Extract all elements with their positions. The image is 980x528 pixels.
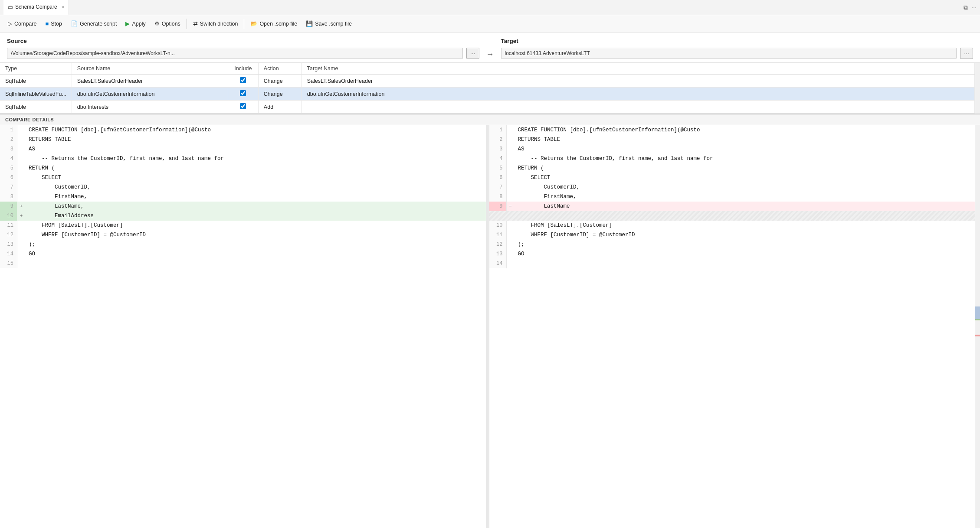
- compare-button[interactable]: ▷ Compare: [3, 18, 41, 29]
- cell-type: SqlInlineTableValuedFu...: [0, 88, 72, 101]
- diff-right-pane[interactable]: 1CREATE FUNCTION [dbo].[ufnGetCustomerIn…: [489, 125, 975, 528]
- col-type: Type: [0, 63, 72, 75]
- line-content: AS: [25, 144, 486, 154]
- cell-type: SqlTable: [0, 75, 72, 88]
- code-line: 11 WHERE [CustomerID] = @CustomerID: [489, 230, 975, 240]
- include-checkbox[interactable]: [240, 103, 246, 109]
- line-content: LastName,: [25, 202, 486, 211]
- line-number: 6: [0, 173, 17, 183]
- line-content: GO: [515, 249, 975, 259]
- table-scroll-area[interactable]: Type Source Name Include Action Target N…: [0, 63, 975, 114]
- line-number: 7: [489, 183, 507, 192]
- line-number: 1: [0, 125, 17, 135]
- line-content: FirstName,: [515, 192, 975, 202]
- direction-arrow: →: [479, 50, 501, 59]
- cell-include: [228, 88, 258, 101]
- cell-include: [228, 101, 258, 114]
- target-path-row: ···: [501, 48, 973, 59]
- diff-pane-separator: [486, 125, 489, 528]
- col-action: Action: [258, 63, 302, 75]
- code-line: 7 CustomerID,: [0, 183, 486, 192]
- col-target-name: Target Name: [302, 63, 974, 75]
- options-button[interactable]: ⚙ Options: [150, 18, 185, 29]
- diff-scrollbar-thumb: [975, 306, 980, 319]
- code-line: 3AS: [489, 144, 975, 154]
- line-content: SELECT: [25, 173, 486, 183]
- line-marker: −: [507, 202, 515, 211]
- diff-left-pane[interactable]: 1CREATE FUNCTION [dbo].[ufnGetCustomerIn…: [0, 125, 486, 528]
- col-source-name: Source Name: [72, 63, 228, 75]
- line-content: RETURNS TABLE: [515, 135, 975, 144]
- tab-bar-actions: ⧉ ···: [964, 4, 977, 11]
- line-marker: [507, 125, 515, 135]
- source-section: Source ···: [7, 38, 479, 59]
- separator-2: [244, 19, 244, 29]
- schema-compare-icon: 🗃: [8, 4, 13, 10]
- line-marker: [17, 230, 25, 240]
- target-section: Target ···: [501, 38, 973, 59]
- code-line: 15: [0, 259, 486, 268]
- line-number: 5: [0, 163, 17, 173]
- generate-script-button[interactable]: 📄 Generate script: [66, 18, 121, 29]
- target-path-input[interactable]: [501, 48, 957, 59]
- include-checkbox[interactable]: [240, 90, 246, 96]
- line-number: 11: [0, 221, 17, 230]
- line-number: 12: [0, 230, 17, 240]
- line-marker: [507, 192, 515, 202]
- cell-type: SqlTable: [0, 101, 72, 114]
- generate-script-icon: 📄: [71, 20, 78, 27]
- line-marker: [507, 183, 515, 192]
- line-marker: [17, 135, 25, 144]
- line-marker: [17, 163, 25, 173]
- line-marker: [17, 125, 25, 135]
- target-label: Target: [501, 38, 973, 44]
- apply-icon: ▶: [125, 20, 130, 27]
- diff-scrollbar[interactable]: [975, 125, 980, 528]
- code-line: 8 FirstName,: [489, 192, 975, 202]
- line-number: 5: [489, 163, 507, 173]
- cell-action: Add: [258, 101, 302, 114]
- source-path-ellipsis-button[interactable]: ···: [466, 48, 479, 59]
- cell-source-name: dbo.Interests: [72, 101, 228, 114]
- code-line: 14: [489, 259, 975, 268]
- table-row[interactable]: SqlTableSalesLT.SalesOrderHeaderChangeSa…: [0, 75, 975, 88]
- more-actions-icon[interactable]: ···: [971, 4, 977, 11]
- line-content: CustomerID,: [25, 183, 486, 192]
- line-number: 12: [489, 240, 507, 249]
- code-line: 2RETURNS TABLE: [489, 135, 975, 144]
- line-number: 3: [0, 144, 17, 154]
- code-line: 12);: [489, 240, 975, 249]
- cell-source-name: SalesLT.SalesOrderHeader: [72, 75, 228, 88]
- line-number: 13: [489, 249, 507, 259]
- target-path-ellipsis-button[interactable]: ···: [960, 48, 973, 59]
- code-line: 7 CustomerID,: [489, 183, 975, 192]
- source-path-input[interactable]: [7, 48, 463, 59]
- code-line: 6 SELECT: [489, 173, 975, 183]
- apply-button[interactable]: ▶ Apply: [121, 18, 150, 29]
- switch-direction-button[interactable]: ⇄ Switch direction: [189, 18, 243, 29]
- cell-action: Change: [258, 88, 302, 101]
- line-number: 9: [489, 202, 507, 211]
- stop-button[interactable]: ■ Stop: [41, 18, 66, 29]
- split-editor-icon[interactable]: ⧉: [964, 4, 968, 11]
- table-row[interactable]: SqlInlineTableValuedFu...dbo.ufnGetCusto…: [0, 88, 975, 101]
- schema-compare-tab[interactable]: 🗃 Schema Compare ×: [3, 0, 69, 15]
- line-number: 4: [489, 154, 507, 163]
- diff-outer: 1CREATE FUNCTION [dbo].[ufnGetCustomerIn…: [0, 125, 980, 528]
- save-scmp-button[interactable]: 💾 Save .scmp file: [302, 18, 356, 29]
- include-checkbox[interactable]: [240, 77, 246, 83]
- source-path-row: ···: [7, 48, 479, 59]
- line-number: 14: [489, 259, 507, 268]
- line-number: 6: [489, 173, 507, 183]
- line-marker: [507, 249, 515, 259]
- toolbar: ▷ Compare ■ Stop 📄 Generate script ▶ App…: [0, 15, 980, 33]
- source-label: Source: [7, 38, 479, 44]
- table-scrollbar[interactable]: [975, 63, 980, 114]
- line-number: 8: [489, 192, 507, 202]
- line-marker: [17, 259, 25, 268]
- tab-close-button[interactable]: ×: [62, 4, 64, 10]
- code-line: 10 FROM [SalesLT].[Customer]: [489, 221, 975, 230]
- open-scmp-button[interactable]: 📂 Open .scmp file: [246, 18, 302, 29]
- table-row[interactable]: SqlTabledbo.InterestsAdd: [0, 101, 975, 114]
- line-content: );: [515, 240, 975, 249]
